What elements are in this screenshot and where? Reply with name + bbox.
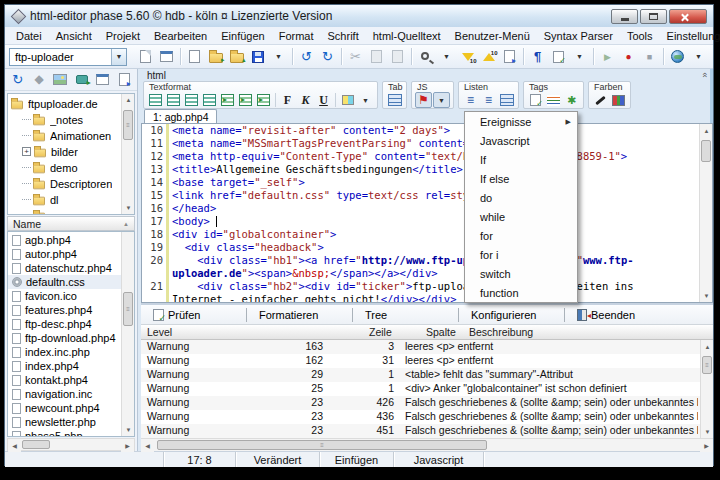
record-button[interactable]: ● [618,47,639,67]
code-line[interactable]: 13<title>Allgemeine Geschäftsbedingungen… [142,163,699,176]
tag-attributes-button[interactable] [545,92,562,108]
scrollbar-thumb[interactable] [22,440,50,449]
scroll-up-icon[interactable]: ▲ [122,94,135,107]
tag-new-button[interactable]: ✱ [563,92,580,108]
play-button[interactable]: ▶ [597,47,618,67]
menu-item-html-quelltext[interactable]: html-Quelltext [366,29,448,43]
menu-item-while[interactable]: while [465,207,577,226]
sort-down-button[interactable]: 10 [457,47,478,67]
align-left-button[interactable] [147,92,164,108]
insert-image-button[interactable] [51,70,70,89]
tree-root[interactable]: ftpuploader.de [10,96,121,112]
code-line[interactable]: 11<meta name="MSSmartTagsPreventParsing"… [142,137,699,150]
column-beschreibung[interactable]: Beschreibung [469,326,533,338]
js-scripts-button[interactable]: ⚑ [415,92,432,108]
file-list-item[interactable]: index.php4 [8,359,121,373]
scroll-down-icon[interactable]: ▼ [122,201,135,214]
cascade-windows-button[interactable] [156,47,177,67]
scrollbar-thumb[interactable]: ≡ [123,110,133,140]
tree-folder[interactable]: Animationen [10,128,121,144]
scrollbar-thumb[interactable]: ≡ [157,440,487,450]
file-list-item[interactable]: navigation.inc [8,387,121,401]
menu-item-projekt[interactable]: Projekt [99,29,147,43]
edit-project-button[interactable] [135,47,156,67]
menu-item-format[interactable]: Format [272,29,321,43]
code-line[interactable]: 18<div id="globalcontainer"> [142,228,699,241]
scroll-down-icon[interactable]: ▼ [700,289,713,302]
new-file-button[interactable] [184,47,205,67]
menu-item-einfügen[interactable]: Einfügen [214,29,271,43]
tree-folder[interactable]: _notes [10,112,121,128]
checker-tab-formatieren[interactable]: Formatieren [247,305,352,324]
code-line[interactable]: 21 <div class="hb2"><div id="ticker">ftp… [142,280,699,293]
scroll-down-icon[interactable]: ▼ [122,423,135,436]
file-list-item[interactable]: ftp-download.php4 [8,331,121,345]
collapse-toolbar-icon[interactable]: « [699,72,709,77]
menu-item-if[interactable]: If [465,150,577,169]
checker-table-header[interactable]: Level Zeile Spalte Beschreibung [141,325,713,340]
code-line[interactable]: 15<link href="defaultn.css" type=text/cs… [142,189,699,202]
menu-item-einstellungen[interactable]: Einstellungen [660,29,720,43]
scroll-left-icon[interactable]: ◀ [141,439,154,452]
bullet-list-button[interactable]: ≡ [462,92,479,108]
scroll-right-icon[interactable]: ▶ [121,439,134,452]
definition-list-button[interactable] [498,92,515,108]
align-right-button[interactable] [183,92,200,108]
sort-up-button[interactable]: 10 [478,47,499,67]
scrollbar-thumb[interactable]: ≡ [123,292,133,326]
menu-item-if-else[interactable]: If else [465,169,577,188]
menu-item-tools[interactable]: Tools [620,29,660,43]
expand-plus-icon[interactable]: + [22,147,31,156]
menu-item-function[interactable]: function [465,283,577,302]
warning-row[interactable]: Warnung23426Falsch geschriebenes & (soll… [141,396,700,410]
scroll-up-icon[interactable]: ▲ [700,124,713,137]
save-dropdown-button[interactable]: ▼ [268,47,289,67]
code-line[interactable]: uploader.de"><span>&nbsp;</span></a></di… [142,267,699,280]
checker-tab-konfigurieren[interactable]: Konfigurieren [459,305,564,324]
insert-table-button[interactable] [386,92,403,108]
file-list-scrollbar[interactable]: ≡ ▼ [121,232,134,436]
scrollbar-thumb[interactable] [701,140,711,162]
numbered-list-button[interactable]: ≡ [480,92,497,108]
menu-item-bearbeiten[interactable]: Bearbeiten [147,29,214,43]
title-bar[interactable]: html-editor phase 5.60 © hdb - köln ¤ Li… [5,5,713,27]
code-line[interactable]: 12<meta http-equiv="Content-Type" conten… [142,150,699,163]
search-button[interactable] [415,47,436,67]
highlight-button[interactable] [339,92,356,108]
pilcrow-button[interactable]: ¶ [527,47,548,67]
scroll-down-icon[interactable]: ▼ [701,425,713,438]
tree-folder[interactable]: demo [10,160,121,176]
goto-line-button[interactable] [499,47,520,67]
bold-button[interactable]: F [279,92,296,108]
tree-scrollbar[interactable]: ▲ ≡ ▼ [121,94,134,215]
file-list-item[interactable]: datenschutz.php4 [8,261,121,275]
file-list-item[interactable]: newsletter.php [8,415,121,429]
tree-folder[interactable]: error [10,208,121,215]
code-line[interactable]: 10<meta name="revisit-after" content="2 … [142,124,699,137]
column-spalte[interactable]: Spalte [426,326,456,338]
cut-button[interactable]: ✂ [345,47,366,67]
menu-item-switch[interactable]: switch [465,264,577,283]
indent-first-button[interactable] [255,92,272,108]
file-list-item[interactable]: autor.php4 [8,247,121,261]
menu-item-syntax parser[interactable]: Syntax Parser [537,29,620,43]
file-list-item[interactable]: agb.php4 [8,233,121,247]
code-line[interactable]: 19 <div class="headback"> [142,241,699,254]
refresh-browser-button[interactable]: ↻ [8,70,27,89]
warning-row[interactable]: Warnung1633leeres <p> entfernt [141,340,700,354]
search-dropdown-button[interactable]: ▼ [436,47,457,67]
file-list-item[interactable]: ftp-desc.php4 [8,317,121,331]
scroll-up-icon[interactable]: ▲ [701,340,713,353]
file-list-header[interactable]: Name ▲ [7,216,135,231]
combobox-dropdown-icon[interactable]: ▼ [111,49,126,65]
indent-increase-button[interactable] [219,92,236,108]
browser-preview-button[interactable] [667,47,688,67]
checker-tab-beenden[interactable]: Beenden [565,305,670,324]
scroll-left-icon[interactable]: ◀ [8,439,21,452]
redo-button[interactable]: ↻ [317,47,338,67]
copy-button[interactable] [366,47,387,67]
checker-scrollbar[interactable]: ▲ ≡ ▼ [700,340,713,438]
file-list-item[interactable]: kontakt.php4 [8,373,121,387]
tree-folder[interactable]: Descriptoren [10,176,121,192]
save-button[interactable] [247,47,268,67]
